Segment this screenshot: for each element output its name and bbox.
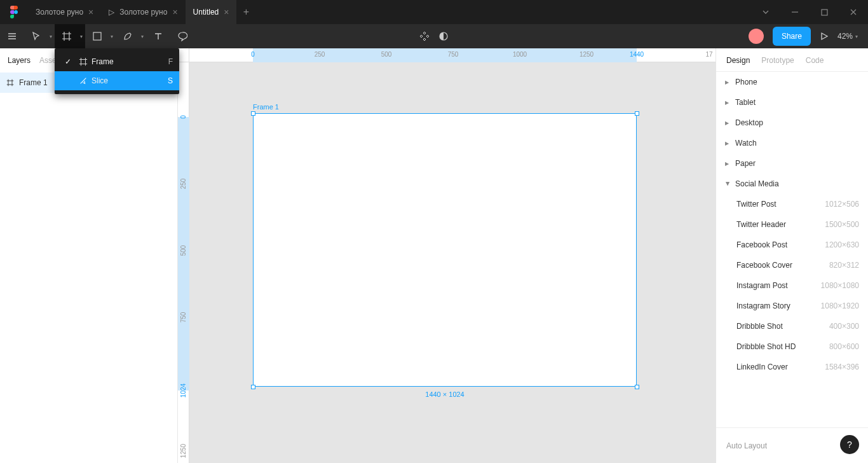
preset-category-watch[interactable]: ▶Watch	[716, 133, 868, 153]
slice-icon	[75, 76, 92, 85]
shape-tool[interactable]: ▾	[85, 24, 116, 48]
ruler-tick: 750	[448, 51, 459, 58]
figma-logo-icon[interactable]	[0, 6, 28, 18]
zoom-value: 42%	[837, 32, 853, 41]
layer-label: Frame 1	[19, 78, 48, 87]
move-tool[interactable]: ▾	[24, 24, 55, 48]
preset-label: Facebook Post	[736, 240, 787, 249]
preset-category-desktop[interactable]: ▶Desktop	[716, 113, 868, 133]
selection-handle[interactable]	[251, 111, 255, 116]
components-icon[interactable]	[419, 24, 430, 48]
chevron-down-icon: ▾	[80, 34, 83, 39]
preset-item[interactable]: Instagram Post1080×1080	[716, 275, 868, 296]
preset-item[interactable]: Facebook Cover820×312	[716, 255, 868, 275]
preset-item[interactable]: Twitter Post1012×506	[716, 194, 868, 214]
preset-category-paper[interactable]: ▶Paper	[716, 153, 868, 174]
preset-category-tablet[interactable]: ▶Tablet	[716, 92, 868, 113]
mask-icon[interactable]	[438, 24, 449, 48]
caret-icon: ▶	[725, 141, 730, 146]
dropdown-item-slice[interactable]: Slice S	[55, 71, 179, 90]
frame-presets: ▶Phone ▶Tablet ▶Desktop ▶Watch ▶Paper ▶S…	[716, 72, 868, 427]
svg-rect-3	[93, 32, 101, 40]
maximize-button[interactable]	[810, 0, 839, 24]
ruler-tick: 1250	[180, 444, 187, 458]
zoom-control[interactable]: 42% ▾	[837, 32, 858, 41]
dropdown-label: Slice	[92, 76, 168, 85]
dropdown-label: Frame	[92, 57, 168, 66]
pen-tool[interactable]: ▾	[116, 24, 146, 48]
preset-dimensions: 1012×506	[825, 200, 859, 209]
selection-handle[interactable]	[251, 385, 255, 389]
caret-icon: ▶	[725, 100, 730, 106]
ruler-horizontal: 0 250 500 750 1000 1250 1440 17	[189, 48, 715, 62]
close-icon[interactable]: ×	[172, 7, 177, 17]
ruler-tick: 750	[180, 312, 187, 323]
preset-dimensions: 1080×1920	[821, 301, 859, 310]
ruler-tick: 17	[705, 51, 712, 58]
preset-category-phone[interactable]: ▶Phone	[716, 72, 868, 92]
ruler-corner	[178, 48, 189, 62]
close-window-button[interactable]	[839, 0, 868, 24]
preset-item[interactable]: Dribbble Shot400×300	[716, 316, 868, 336]
document-tab[interactable]: Золотое руно ×	[28, 0, 101, 24]
preset-label: Dribbble Shot HD	[736, 342, 796, 351]
caret-icon: ▶	[725, 181, 731, 186]
tab-prototype[interactable]: Prototype	[761, 56, 794, 65]
window-controls	[751, 0, 868, 24]
close-icon[interactable]: ×	[88, 7, 93, 17]
tab-label: Золотое руно	[36, 8, 83, 17]
layers-tab[interactable]: Layers	[8, 56, 31, 65]
svg-rect-2	[822, 10, 827, 15]
present-button[interactable]	[820, 32, 829, 41]
share-button[interactable]: Share	[773, 27, 811, 46]
tab-code[interactable]: Code	[806, 56, 824, 65]
minimize-button[interactable]	[780, 0, 810, 24]
preset-item[interactable]: Instagram Story1080×1920	[716, 296, 868, 316]
preset-dimensions: 400×300	[829, 322, 859, 331]
ruler-vertical: 0 250 500 750 1024 1250	[178, 62, 189, 463]
chevron-down-icon: ▾	[141, 34, 144, 39]
dropdown-shortcut: S	[168, 76, 173, 85]
preset-item[interactable]: LinkedIn Cover1584×396	[716, 357, 868, 377]
toolbar-center	[419, 24, 449, 48]
frame-label[interactable]: Frame 1	[253, 103, 279, 111]
selection-handle[interactable]	[635, 385, 639, 389]
preset-label: Twitter Post	[736, 200, 776, 209]
help-button[interactable]: ?	[840, 435, 859, 454]
chevron-down-icon: ▾	[50, 34, 52, 39]
left-panel: Layers Assets Page 1 ▾ Frame 1	[0, 48, 178, 463]
close-icon[interactable]: ×	[224, 7, 229, 17]
preset-dimensions: 800×600	[829, 342, 859, 351]
frame-tool[interactable]: ▾ ✓ Frame F Slice S	[55, 24, 85, 48]
preset-dimensions: 1584×396	[825, 363, 859, 371]
toolbar: ▾ ▾ ✓ Frame F Slice S	[0, 24, 868, 48]
dropdown-item-frame[interactable]: ✓ Frame F	[55, 52, 179, 71]
window-menu-chevron-icon[interactable]	[751, 0, 780, 24]
preset-item[interactable]: Facebook Post1200×630	[716, 235, 868, 255]
tab-design[interactable]: Design	[726, 56, 750, 65]
caret-icon: ▶	[725, 79, 730, 85]
svg-point-0	[14, 10, 18, 14]
frame-icon	[6, 79, 14, 86]
canvas[interactable]: 0 250 500 750 1000 1250 1440 17 0 250 50…	[178, 48, 715, 463]
frame-tool-dropdown: ✓ Frame F Slice S	[55, 48, 179, 94]
chevron-down-icon: ▾	[855, 34, 858, 39]
avatar[interactable]	[749, 29, 764, 44]
preset-item[interactable]: Dribbble Shot HD800×600	[716, 336, 868, 357]
comment-tool[interactable]	[170, 24, 194, 48]
frame-rect[interactable]	[253, 113, 637, 387]
new-tab-button[interactable]: +	[236, 0, 255, 24]
document-tab-active[interactable]: Untitled ×	[186, 0, 237, 24]
main-menu-button[interactable]	[0, 24, 24, 48]
preset-category-social-media[interactable]: ▶Social Media	[716, 174, 868, 194]
workspace: Layers Assets Page 1 ▾ Frame 1 0 250 500…	[0, 48, 868, 463]
ruler-tick: 0	[251, 51, 255, 58]
chevron-down-icon: ▾	[111, 34, 113, 39]
selection-handle[interactable]	[635, 111, 639, 116]
ruler-tick: 1440	[630, 51, 644, 58]
right-panel: Design Prototype Code ▶Phone ▶Tablet ▶De…	[715, 48, 868, 463]
preset-dimensions: 1080×1080	[821, 281, 859, 290]
document-tab[interactable]: ▷ Золотое руно ×	[101, 0, 185, 24]
preset-item[interactable]: Twitter Header1500×500	[716, 214, 868, 235]
text-tool[interactable]	[146, 24, 170, 48]
